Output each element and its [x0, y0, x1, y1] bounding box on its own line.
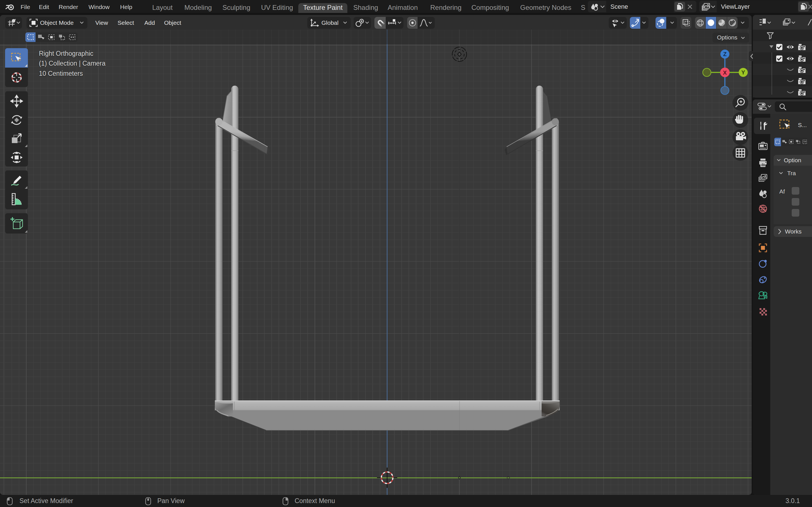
svg-text:X: X [723, 69, 727, 76]
svg-text:Z: Z [723, 51, 726, 57]
svg-text:Y: Y [741, 69, 745, 75]
